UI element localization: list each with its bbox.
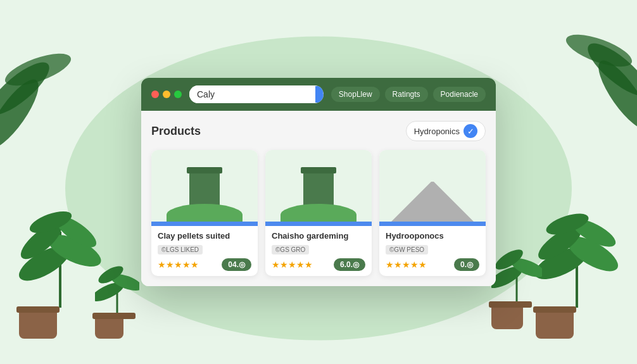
plant-left-small — [95, 238, 139, 339]
product-name-2: Chaisho gardeming — [272, 231, 365, 241]
blue-strip-2 — [265, 222, 372, 226]
product-footer-2: ★★★★★ 6.0.◎ — [272, 258, 365, 271]
products-grid: Clay pellets suited ©LGS LIKED ★★★★★ 04.… — [151, 150, 486, 276]
product-tag-1: ©LGS LIKED — [158, 245, 203, 254]
product-stars-1: ★★★★★ — [158, 260, 199, 270]
product-info-1: Clay pellets suited ©LGS LIKED ★★★★★ 04.… — [151, 226, 258, 276]
product-price-2: 6.0.◎ — [334, 258, 365, 271]
product-stars-2: ★★★★★ — [272, 260, 313, 270]
pot-right-small — [491, 305, 523, 329]
browser-window: Caly ShopLlew Ratingts Podienacle Produc… — [141, 78, 496, 286]
search-bar: Caly — [189, 85, 324, 103]
gravel-container — [391, 182, 474, 226]
product-image-2 — [265, 150, 372, 226]
traffic-lights — [151, 91, 182, 98]
plant-right-small — [491, 220, 542, 329]
product-footer-3: ★★★★★ 0.◎ — [386, 258, 479, 271]
product-price-3: 0.◎ — [454, 258, 479, 271]
product-name-1: Clay pellets suited — [158, 231, 251, 241]
products-label: Products — [151, 125, 201, 138]
blue-strip-3 — [379, 222, 486, 226]
blue-strip-1 — [151, 222, 258, 226]
product-footer-1: ★★★★★ 04.◎ — [158, 258, 251, 271]
content-header: Products Hydroponics ✓ — [151, 121, 486, 141]
cylinder-cap-2 — [301, 167, 336, 173]
product-card-3[interactable]: Hydrooponocs ©GW PESO ★★★★★ 0.◎ — [379, 150, 486, 276]
gravel-pile — [391, 182, 474, 222]
cylinder-2 — [303, 167, 334, 208]
pot-left-small — [95, 317, 123, 339]
traffic-light-yellow[interactable] — [163, 91, 170, 98]
product-card-2[interactable]: Chaisho gardeming ©GS GRO ★★★★★ 6.0.◎ — [265, 150, 372, 276]
pot-left-large — [19, 310, 57, 339]
filter-check-icon: ✓ — [464, 124, 477, 138]
product-stars-3: ★★★★★ — [386, 260, 427, 270]
product-tag-2: ©GS GRO — [272, 245, 309, 254]
nav-btn-ratingts[interactable]: Ratingts — [385, 87, 428, 102]
plant-right-large — [536, 181, 618, 339]
browser-chrome: Caly ShopLlew Ratingts Podienacle — [141, 78, 496, 111]
bg-leaves-right — [536, 19, 637, 135]
search-input[interactable]: Caly — [189, 85, 315, 103]
product-price-1: 04.◎ — [222, 258, 251, 271]
filter-label: Hydroponics — [414, 127, 460, 136]
product-info-3: Hydrooponocs ©GW PESO ★★★★★ 0.◎ — [379, 226, 486, 276]
plant-left-large — [19, 181, 101, 339]
nav-btn-shopllew[interactable]: ShopLlew — [331, 87, 380, 102]
nav-buttons: ShopLlew Ratingts Podienacle — [331, 87, 486, 102]
nav-btn-podienacle[interactable]: Podienacle — [433, 87, 486, 102]
traffic-light-red[interactable] — [151, 91, 159, 98]
product-image-1 — [151, 150, 258, 226]
content-area: Products Hydroponics ✓ — [141, 111, 496, 286]
hydroponics-filter[interactable]: Hydroponics ✓ — [406, 121, 486, 141]
product-name-3: Hydrooponocs — [386, 231, 479, 241]
product-info-2: Chaisho gardeming ©GS GRO ★★★★★ 6.0.◎ — [265, 226, 372, 276]
product-card-1[interactable]: Clay pellets suited ©LGS LIKED ★★★★★ 04.… — [151, 150, 258, 276]
search-button[interactable] — [315, 86, 324, 103]
search-icon — [323, 90, 324, 99]
product-image-3 — [379, 150, 486, 226]
product-tag-3: ©GW PESO — [386, 245, 428, 254]
cylinder-1 — [189, 167, 220, 208]
cylinder-cap-1 — [187, 167, 222, 173]
bg-leaves-left — [0, 32, 101, 148]
traffic-light-green[interactable] — [174, 91, 182, 98]
